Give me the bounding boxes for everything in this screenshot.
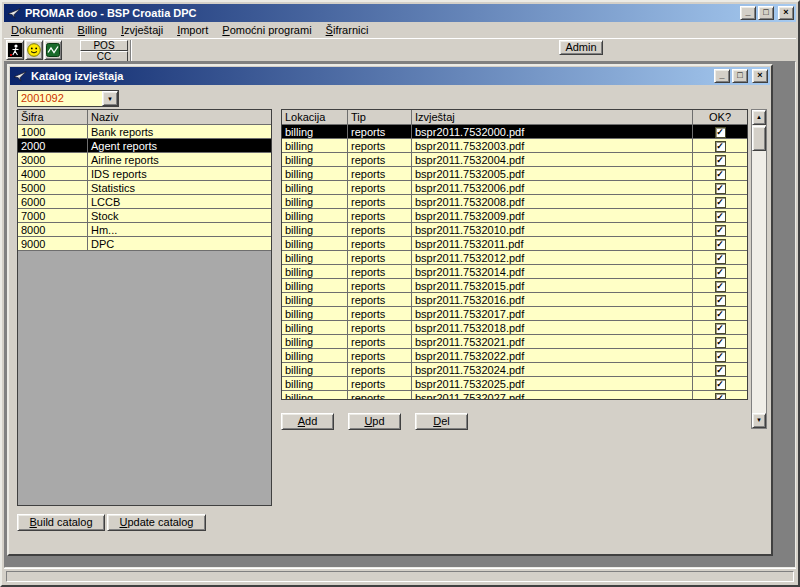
cell-izvjestaj: bspr2011.7532025.pdf	[412, 377, 693, 390]
table-row[interactable]: 8000Hm...	[18, 223, 271, 237]
menu-item--ifrarnici[interactable]: Šifrarnici	[319, 23, 376, 37]
update-catalog-button[interactable]: Update catalog	[107, 514, 206, 531]
cell-naziv: Stock	[88, 209, 271, 222]
ok-checkbox[interactable]: ✓	[715, 295, 726, 306]
ok-checkbox[interactable]: ✓	[715, 225, 726, 236]
menu-item-import[interactable]: Import	[170, 23, 215, 37]
column-header-izvjestaj[interactable]: Izvještaj	[412, 110, 693, 124]
ok-checkbox[interactable]: ✓	[715, 197, 726, 208]
cell-tip: reports	[348, 377, 412, 390]
column-header-naziv[interactable]: Naziv	[88, 110, 271, 124]
ok-checkbox[interactable]: ✓	[715, 141, 726, 152]
column-header-sifra[interactable]: Šifra	[18, 110, 88, 124]
table-row[interactable]: billingreportsbspr2011.7532011.pdf✓	[282, 237, 747, 251]
add-button[interactable]: Add	[281, 413, 334, 430]
table-row[interactable]: billingreportsbspr2011.7532016.pdf✓	[282, 293, 747, 307]
table-row[interactable]: billingreportsbspr2011.7532008.pdf✓	[282, 195, 747, 209]
table-row[interactable]: billingreportsbspr2011.7532003.pdf✓	[282, 139, 747, 153]
table-row[interactable]: billingreportsbspr2011.7532000.pdf✓	[282, 125, 747, 139]
table-row[interactable]: billingreportsbspr2011.7532006.pdf✓	[282, 181, 747, 195]
ok-checkbox[interactable]: ✓	[715, 309, 726, 320]
table-row[interactable]: 5000Statistics	[18, 181, 271, 195]
menu-item-pomo-ni-programi[interactable]: Pomoćni programi	[215, 23, 318, 37]
scroll-up-icon[interactable]: ▲	[752, 110, 766, 125]
table-row[interactable]: 9000DPC	[18, 237, 271, 251]
cell-lokacija: billing	[282, 377, 348, 390]
table-row[interactable]: 2000Agent reports	[18, 139, 271, 153]
minimize-icon[interactable]: _	[740, 6, 756, 20]
dialog-close-icon[interactable]: ×	[752, 69, 768, 83]
report-files-header: Lokacija Tip Izvještaj OK?	[282, 110, 747, 125]
del-button[interactable]: Del	[415, 413, 468, 430]
table-row[interactable]: billingreportsbspr2011.7532021.pdf✓	[282, 335, 747, 349]
table-row[interactable]: billingreportsbspr2011.7532012.pdf✓	[282, 251, 747, 265]
upd-button[interactable]: Upd	[348, 413, 401, 430]
main-titlebar: PROMAR doo - BSP Croatia DPC _ □ ×	[4, 4, 796, 22]
table-row[interactable]: 4000IDS reports	[18, 167, 271, 181]
table-row[interactable]: billingreportsbspr2011.7532024.pdf✓	[282, 363, 747, 377]
column-header-lokacija[interactable]: Lokacija	[282, 110, 348, 124]
menu-item-dokumenti[interactable]: Dokumenti	[4, 23, 71, 37]
dialog-minimize-icon[interactable]: _	[714, 69, 730, 83]
build-catalog-button[interactable]: Build catalog	[17, 514, 105, 531]
cell-sifra: 8000	[18, 223, 88, 236]
cell-izvjestaj: bspr2011.7532015.pdf	[412, 279, 693, 292]
ok-checkbox[interactable]: ✓	[715, 393, 726, 401]
ok-checkbox[interactable]: ✓	[715, 155, 726, 166]
table-row[interactable]: billingreportsbspr2011.7532004.pdf✓	[282, 153, 747, 167]
period-combobox[interactable]: 2001092 ▼	[17, 90, 119, 107]
table-row[interactable]: billingreportsbspr2011.7532014.pdf✓	[282, 265, 747, 279]
period-value: 2001092	[18, 91, 102, 106]
ok-checkbox[interactable]: ✓	[715, 337, 726, 348]
smiley-button[interactable]	[25, 40, 43, 60]
ok-checkbox[interactable]: ✓	[715, 267, 726, 278]
chart-button[interactable]	[44, 40, 62, 60]
cell-ok: ✓	[693, 167, 747, 180]
admin-button[interactable]: Admin	[559, 40, 603, 55]
scrollbar-thumb[interactable]	[752, 126, 766, 151]
table-row[interactable]: 6000LCCB	[18, 195, 271, 209]
table-row[interactable]: 3000Airline reports	[18, 153, 271, 167]
cell-tip: reports	[348, 335, 412, 348]
maximize-icon[interactable]: □	[758, 6, 774, 20]
main-window: PROMAR doo - BSP Croatia DPC _ □ × Dokum…	[0, 0, 800, 587]
cell-izvjestaj: bspr2011.7532027.pdf	[412, 391, 693, 400]
ok-checkbox[interactable]: ✓	[715, 323, 726, 334]
table-row[interactable]: billingreportsbspr2011.7532010.pdf✓	[282, 223, 747, 237]
pos-button[interactable]: POS	[80, 40, 128, 51]
table-row[interactable]: 7000Stock	[18, 209, 271, 223]
column-header-ok[interactable]: OK?	[693, 110, 747, 124]
ok-checkbox[interactable]: ✓	[715, 379, 726, 390]
column-header-tip[interactable]: Tip	[348, 110, 412, 124]
ok-checkbox[interactable]: ✓	[715, 281, 726, 292]
toolbar-separator	[130, 40, 132, 61]
ok-checkbox[interactable]: ✓	[715, 211, 726, 222]
table-row[interactable]: billingreportsbspr2011.7532017.pdf✓	[282, 307, 747, 321]
chevron-down-icon[interactable]: ▼	[102, 91, 118, 106]
ok-checkbox[interactable]: ✓	[715, 253, 726, 264]
table-row[interactable]: billingreportsbspr2011.7532018.pdf✓	[282, 321, 747, 335]
cell-naziv: Bank reports	[88, 125, 271, 138]
menu-item-izvje-taji[interactable]: Izvještaji	[114, 23, 170, 37]
table-row[interactable]: 1000Bank reports	[18, 125, 271, 139]
ok-checkbox[interactable]: ✓	[715, 183, 726, 194]
ok-checkbox[interactable]: ✓	[715, 239, 726, 250]
scroll-down-icon[interactable]: ▼	[752, 413, 766, 428]
exit-button[interactable]	[6, 40, 24, 60]
ok-checkbox[interactable]: ✓	[715, 127, 726, 138]
cell-sifra: 3000	[18, 153, 88, 166]
table-row[interactable]: billingreportsbspr2011.7532005.pdf✓	[282, 167, 747, 181]
table-row[interactable]: billingreportsbspr2011.7532025.pdf✓	[282, 377, 747, 391]
cell-izvjestaj: bspr2011.7532018.pdf	[412, 321, 693, 334]
ok-checkbox[interactable]: ✓	[715, 365, 726, 376]
ok-checkbox[interactable]: ✓	[715, 169, 726, 180]
table-row[interactable]: billingreportsbspr2011.7532022.pdf✓	[282, 349, 747, 363]
table-row[interactable]: billingreportsbspr2011.7532009.pdf✓	[282, 209, 747, 223]
dialog-maximize-icon[interactable]: □	[732, 69, 748, 83]
close-icon[interactable]: ×	[778, 6, 794, 20]
table-row[interactable]: billingreportsbspr2011.7532027.pdf✓	[282, 391, 747, 400]
menu-item-billing[interactable]: Billing	[71, 23, 114, 37]
ok-checkbox[interactable]: ✓	[715, 351, 726, 362]
table-row[interactable]: billingreportsbspr2011.7532015.pdf✓	[282, 279, 747, 293]
vertical-scrollbar[interactable]: ▲ ▼	[751, 109, 767, 429]
